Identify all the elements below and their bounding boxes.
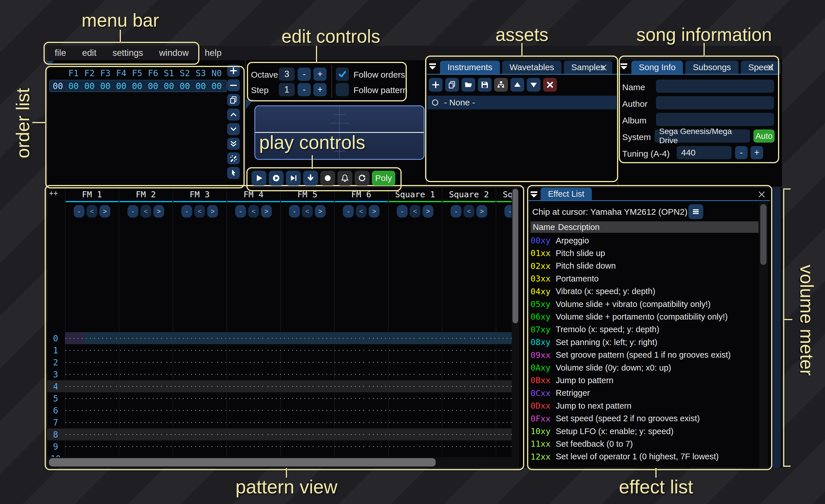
annotation-line bbox=[316, 46, 317, 62]
poly-button[interactable]: Poly bbox=[372, 171, 395, 185]
volume-meter bbox=[771, 187, 781, 468]
annotation-line bbox=[32, 122, 45, 123]
metronome-bell-button[interactable] bbox=[338, 171, 352, 185]
volume-bracket-tick bbox=[783, 466, 791, 467]
annotation-line bbox=[312, 155, 313, 169]
play-row-button[interactable] bbox=[286, 171, 301, 185]
annotation-box-pattern-view bbox=[45, 185, 524, 470]
play-button[interactable] bbox=[251, 171, 267, 185]
transport-controls: Poly bbox=[251, 171, 395, 185]
annotation-effect-list: effect list bbox=[619, 476, 693, 498]
record-button[interactable] bbox=[320, 171, 335, 185]
annotation-play-controls: play controls bbox=[259, 132, 366, 153]
volume-bracket-tick bbox=[783, 319, 792, 320]
play-circle-button[interactable] bbox=[269, 171, 284, 185]
annotation-box-assets bbox=[425, 56, 618, 182]
annotation-menu-bar: menu bar bbox=[82, 10, 159, 31]
annotation-box-song-info bbox=[619, 56, 779, 163]
repeat-button[interactable] bbox=[355, 171, 370, 185]
annotation-box-menu-bar bbox=[44, 42, 199, 65]
annotation-edit-controls: edit controls bbox=[281, 26, 380, 47]
annotation-box-effect-list bbox=[527, 185, 772, 470]
annotation-song-information: song information bbox=[636, 24, 772, 45]
annotation-assets: assets bbox=[496, 24, 548, 45]
annotation-order-list: order list bbox=[12, 88, 33, 158]
scope-tick bbox=[334, 114, 345, 115]
volume-bracket bbox=[783, 188, 784, 467]
arrow-down-button[interactable] bbox=[303, 171, 318, 185]
annotation-pattern-view: pattern view bbox=[235, 476, 338, 498]
annotation-box-edit-controls bbox=[247, 62, 407, 101]
annotation-volume-meter: volume meter bbox=[796, 265, 817, 376]
scope-tick bbox=[329, 123, 350, 123]
volume-bracket-tick bbox=[783, 188, 791, 189]
annotation-box-order-list bbox=[45, 66, 245, 188]
separator bbox=[245, 60, 246, 187]
menu-item-help[interactable]: help bbox=[205, 48, 222, 58]
annotation-line bbox=[120, 30, 121, 42]
